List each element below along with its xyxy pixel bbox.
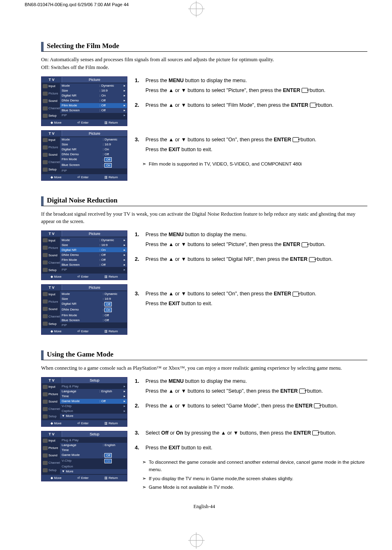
intro-text: If the broadcast signal received by your… xyxy=(41,210,367,226)
osd-dnr-1: T VPicture Input Picture Sound Channel S… xyxy=(41,230,127,280)
page-footer: English-44 xyxy=(41,504,367,510)
intro-text: When connecting to a game console such a… xyxy=(41,364,367,372)
section-title: Digital Noise Reduction xyxy=(41,196,367,206)
section-game-mode: Using the Game Mode When connecting to a… xyxy=(41,350,367,492)
osd-dnr-2: T VPicture Input Picture Sound Channel S… xyxy=(41,284,127,335)
section-film-mode: Selecting the Film Mode On: Automaticall… xyxy=(41,42,367,185)
crop-mark-icon xyxy=(190,2,203,16)
crop-mark-icon xyxy=(190,534,203,547)
osd-picture-1: T VPicture Input Picture Sound Channel S… xyxy=(41,76,127,126)
osd-picture-2: T VPicture Input Picture Sound Channel S… xyxy=(41,130,127,181)
osd-setup-2: T VSetup Input Picture Sound Channel Set… xyxy=(41,431,127,481)
intro-text: On: Automatically senses and processes f… xyxy=(41,56,367,71)
osd-setup-1: T VSetup Input Picture Sound Channel Set… xyxy=(41,377,127,427)
section-dnr: Digital Noise Reduction If the broadcast… xyxy=(41,196,367,339)
section-title: Using the Game Mode xyxy=(41,350,367,360)
section-title: Selecting the Film Mode xyxy=(41,42,367,52)
